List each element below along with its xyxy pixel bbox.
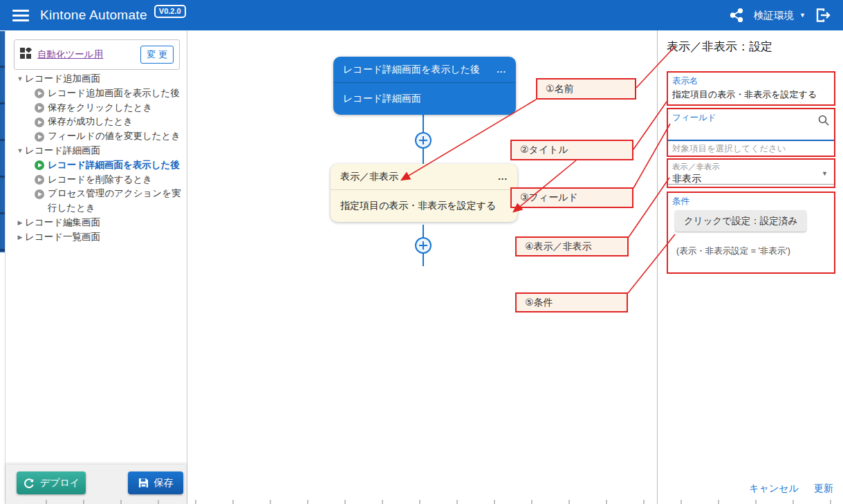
- event-icon: [35, 118, 44, 127]
- action-node[interactable]: 表示／非表示 ... 指定項目の表示・非表示を設定する: [331, 164, 517, 222]
- environment-selector[interactable]: 検証環境 ▼: [754, 9, 806, 22]
- tree-group-record-add[interactable]: ▼ レコード追加画面: [15, 72, 183, 86]
- condition-set-button[interactable]: クリックで設定：設定済み: [675, 210, 806, 232]
- sync-icon: [23, 477, 35, 489]
- event-icon: [35, 132, 44, 142]
- save-button[interactable]: 保存: [128, 472, 183, 494]
- condition-label: 条件: [668, 193, 834, 207]
- event-icon: [35, 103, 44, 113]
- deploy-button[interactable]: デプロイ: [17, 472, 86, 494]
- event-icon-selected: [35, 160, 44, 170]
- caret-right-icon[interactable]: ▶: [15, 230, 25, 245]
- chevron-down-icon: ▼: [822, 170, 828, 177]
- display-name-field[interactable]: 表示名 指定項目の表示・非表示を設定する: [667, 71, 835, 106]
- tree-event-item[interactable]: 保存をクリックしたとき: [15, 101, 183, 115]
- field-search-input[interactable]: [668, 126, 834, 140]
- app-title: Kintone Automate: [40, 8, 147, 23]
- flow-canvas[interactable]: レコード詳細画面を表示した後 ... レコード詳細画面 表示／非表示 ... 指…: [187, 30, 657, 504]
- event-icon: [35, 88, 44, 98]
- field-placeholder: 対象項目を選択してください: [672, 143, 786, 155]
- app-window: Kintone Automate V0.2.0 検証環境 ▼: [0, 0, 843, 504]
- node-menu-button[interactable]: ...: [498, 171, 508, 182]
- field-input-underline: [668, 140, 834, 141]
- annotation-title: ②タイトル: [510, 140, 633, 160]
- version-badge: V0.2.0: [154, 5, 186, 18]
- hamburger-menu-icon[interactable]: [12, 10, 29, 21]
- sidebar: 自動化ツール用 変 更 ▼ レコード追加画面 レコード追加画面を表示した後 保存…: [6, 30, 187, 504]
- change-app-button[interactable]: 変 更: [140, 46, 174, 64]
- cancel-link[interactable]: キャンセル: [749, 483, 799, 495]
- floppy-icon: [138, 478, 149, 488]
- logout-icon[interactable]: [815, 8, 832, 23]
- condition-section: 条件 クリックで設定：設定済み (表示・非表示設定 = '非表示'): [667, 192, 835, 274]
- environment-label: 検証環境: [754, 9, 794, 22]
- annotation-condition: ⑤条件: [515, 292, 628, 312]
- action-node-subtitle: 指定項目の表示・非表示を設定する: [340, 200, 496, 212]
- tree-event-item[interactable]: フィールドの値を変更したとき: [15, 129, 183, 144]
- field-select-field[interactable]: フィールド 対象項目を選択してください: [667, 108, 835, 157]
- tree-event-item[interactable]: 保存が成功したとき: [15, 115, 183, 129]
- annotation-name: ①名前: [536, 78, 636, 100]
- event-tree: ▼ レコード追加画面 レコード追加画面を表示した後 保存をクリックしたとき 保存…: [15, 72, 183, 245]
- display-name-label: 表示名: [668, 73, 834, 87]
- settings-panel: 表示／非表示：設定 表示名 指定項目の表示・非表示を設定する フィールド 対象項…: [657, 30, 843, 504]
- update-link[interactable]: 更新: [814, 483, 833, 495]
- trigger-node-title: レコード詳細画面を表示した後: [343, 64, 480, 76]
- display-name-value: 指定項目の表示・非表示を設定する: [668, 87, 834, 101]
- add-node-button[interactable]: [415, 132, 432, 149]
- node-menu-button[interactable]: ...: [497, 64, 506, 75]
- tree-group-record-edit[interactable]: ▶ レコード編集画面: [15, 216, 183, 230]
- app-card: 自動化ツール用 変 更: [14, 39, 180, 70]
- visibility-label: 表示／非表示: [668, 160, 834, 172]
- tree-group-record-list[interactable]: ▶ レコード一覧画面: [15, 230, 183, 245]
- visibility-select[interactable]: 表示／非表示 非表示 ▼: [667, 158, 835, 188]
- panel-title: 表示／非表示：設定: [667, 39, 772, 55]
- tree-group-record-detail[interactable]: ▼ レコード詳細画面: [15, 144, 183, 158]
- select-underline: [668, 184, 834, 185]
- tree-event-item[interactable]: レコード追加画面を表示した後: [15, 86, 183, 101]
- sidebar-footer: デプロイ 保存: [6, 465, 187, 504]
- caret-down-icon[interactable]: ▼: [15, 72, 25, 86]
- chevron-down-icon: ▼: [799, 12, 806, 19]
- left-edge-strip: [0, 30, 6, 504]
- field-label: フィールド: [668, 109, 834, 124]
- share-icon[interactable]: [729, 8, 744, 23]
- add-node-button[interactable]: [415, 237, 432, 254]
- caret-right-icon[interactable]: ▶: [15, 216, 25, 230]
- condition-summary: (表示・非表示設定 = '非表示'): [676, 245, 790, 257]
- left-scroll-indicator[interactable]: [0, 31, 5, 252]
- top-header: Kintone Automate V0.2.0 検証環境 ▼: [0, 0, 843, 30]
- caret-down-icon[interactable]: ▼: [15, 144, 25, 158]
- tree-event-item[interactable]: プロセス管理のアクションを実行したとき: [15, 187, 183, 216]
- event-icon: [35, 175, 44, 185]
- event-icon: [35, 189, 44, 199]
- tree-event-item[interactable]: レコードを削除するとき: [15, 173, 183, 187]
- app-name-link[interactable]: 自動化ツール用: [37, 48, 103, 61]
- action-node-title: 表示／非表示: [340, 171, 398, 183]
- app-icon: [20, 48, 32, 62]
- annotation-field: ③フィールド: [510, 187, 633, 208]
- trigger-node-subtitle: レコード詳細画面: [343, 93, 421, 105]
- trigger-node[interactable]: レコード詳細画面を表示した後 ... レコード詳細画面: [333, 57, 516, 115]
- annotation-visibility: ④表示／非表示: [515, 236, 629, 256]
- tree-event-item-selected[interactable]: レコード詳細画面を表示した後: [15, 158, 183, 173]
